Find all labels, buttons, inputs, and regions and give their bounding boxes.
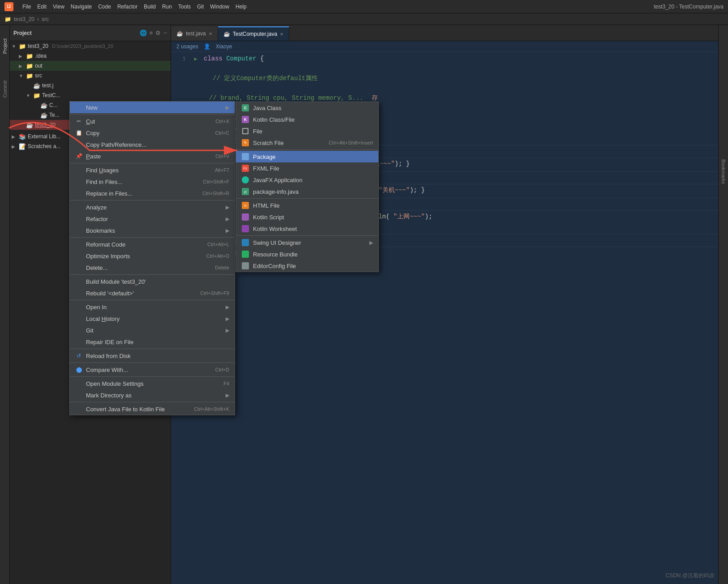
sub-item-fxml[interactable]: FX FXML File — [236, 162, 378, 174]
ctx-item-reformat[interactable]: Reformat Code Ctrl+Alt+L — [70, 239, 235, 250]
sub-item-editorconfig[interactable]: EditorConfig File — [236, 260, 378, 272]
sub-swing-arrow: ▶ — [369, 240, 373, 246]
sub-item-pkg-info[interactable]: pi package-info.java — [236, 186, 378, 197]
ctx-item-module-settings[interactable]: Open Module Settings F4 — [70, 378, 235, 389]
usage-user-icon: 👤 — [204, 43, 210, 50]
sub-package-label: Package — [253, 153, 373, 160]
reload-icon: ↺ — [75, 353, 82, 359]
tree-item[interactable]: ▼ 📁 src — [10, 71, 171, 81]
tree-item[interactable]: ▼ 📁 test3_20 D:\code\2023_java\test3_20 — [10, 41, 171, 51]
ctx-find-usages-label: Find Usages — [86, 167, 211, 174]
ctx-item-open-in[interactable]: Open In ▶ — [70, 301, 235, 313]
ctx-copy-label: Copy — [86, 130, 212, 136]
ctx-item-copy[interactable]: 📋 Copy Ctrl+C — [70, 127, 235, 139]
ctx-repair-label: Repair IDE on File — [86, 339, 229, 345]
sub-scratch-shortcut: Ctrl+Alt+Shift+Insert — [329, 140, 373, 145]
tab-close-icon[interactable]: ✕ — [280, 32, 283, 37]
panel-label-project[interactable]: Project — [0, 34, 9, 58]
project-icon-settings[interactable]: ⚙ — [155, 30, 161, 36]
panel-label-commit[interactable]: Commit — [0, 76, 9, 102]
menu-tools[interactable]: Tools — [178, 4, 191, 10]
menu-file[interactable]: File — [22, 4, 31, 10]
ctx-item-bookmarks[interactable]: Bookmarks ▶ — [70, 225, 235, 236]
menu-window[interactable]: Window — [210, 4, 229, 10]
breadcrumb-project[interactable]: test3_20 — [14, 16, 34, 22]
code-line-comment: // 定义Computer类的default属性 — [171, 73, 718, 83]
menu-navigate[interactable]: Navigate — [71, 4, 92, 10]
sub-kworksheet-label: Kotlin Worksheet — [253, 226, 373, 232]
paste-icon: 📌 — [75, 153, 82, 159]
ctx-find-files-shortcut: Ctrl+Shift+F — [203, 179, 229, 184]
ctx-item-replace-files[interactable]: Replace in Files... Ctrl+Shift+R — [70, 188, 235, 199]
ctx-rebuild-shortcut: Ctrl+Shift+F9 — [200, 290, 229, 296]
menu-run[interactable]: Run — [162, 4, 172, 10]
ctx-item-find-files[interactable]: Find in Files... Ctrl+Shift+F — [70, 176, 235, 188]
sub-item-javafx[interactable]: JavaFX Application — [236, 174, 378, 186]
ctx-item-delete[interactable]: Delete... Delete — [70, 262, 235, 273]
sub-item-java-class[interactable]: C Java Class — [236, 102, 378, 114]
ctx-item-analyze[interactable]: Analyze ▶ — [70, 201, 235, 213]
ctx-item-mark-dir[interactable]: Mark Directory as ▶ — [70, 389, 235, 401]
tree-item[interactable]: ☕ test.j — [10, 81, 171, 90]
menu-git[interactable]: Git — [197, 4, 204, 10]
ctx-item-reload[interactable]: ↺ Reload from Disk — [70, 350, 235, 362]
ctx-item-local-history[interactable]: Local History ▶ — [70, 313, 235, 324]
ctx-item-compare[interactable]: ⬤ Compare With... Ctrl+D — [70, 364, 235, 375]
menu-help[interactable]: Help — [236, 4, 247, 10]
sub-item-swing[interactable]: Swing UI Designer ▶ — [236, 237, 378, 248]
titlebar: IJ File Edit View Navigate Code Refactor… — [0, 0, 728, 13]
ctx-rebuild-label: Rebuild '<default>' — [86, 290, 197, 297]
ctx-new-label: New — [86, 104, 222, 111]
package-icon — [241, 153, 249, 161]
menu-view[interactable]: View — [53, 4, 64, 10]
sub-item-kotlin[interactable]: K Kotlin Class/File — [236, 114, 378, 125]
ctx-item-build-module[interactable]: Build Module 'test3_20' — [70, 276, 235, 287]
resource-icon — [241, 250, 249, 258]
breadcrumb: 📁 test3_20 › src — [0, 13, 728, 25]
sub-item-file[interactable]: File — [236, 125, 378, 137]
sub-item-kworksheet[interactable]: Kotlin Worksheet — [236, 223, 378, 234]
ctx-separator6 — [70, 300, 235, 300]
ctx-delete-shortcut: Delete — [215, 265, 229, 270]
sub-item-kscript[interactable]: Kotlin Script — [236, 211, 378, 223]
fxml-icon: FX — [241, 164, 249, 172]
ctx-item-find-usages[interactable]: Find Usages Alt+F7 — [70, 164, 235, 176]
ctx-item-repair[interactable]: Repair IDE on File — [70, 336, 235, 348]
tab-label: test.java — [186, 30, 206, 37]
ctx-item-refactor[interactable]: Refactor ▶ — [70, 213, 235, 225]
tree-item-out[interactable]: ▶ 📁 out — [10, 61, 171, 71]
ctx-convert-shortcut: Ctrl+Alt+Shift+K — [194, 406, 229, 412]
sub-item-html[interactable]: H HTML File — [236, 200, 378, 211]
ctx-item-git[interactable]: Git ▶ — [70, 324, 235, 336]
sub-item-scratch[interactable]: ✎ Scratch File Ctrl+Alt+Shift+Insert — [236, 137, 378, 149]
project-icon-list[interactable]: ≡ — [150, 30, 153, 36]
sub-scratch-label: Scratch File — [253, 140, 325, 146]
ctx-analyze-label: Analyze — [86, 204, 222, 211]
tree-item[interactable]: ▼ 📁 TestC... — [10, 90, 171, 100]
menu-build[interactable]: Build — [144, 4, 156, 10]
usage-user: Xiaoye — [216, 43, 232, 50]
project-icon-globe[interactable]: 🌐 — [140, 30, 147, 36]
tab-test-java[interactable]: ☕ test.java ✕ — [171, 26, 218, 41]
menu-edit[interactable]: Edit — [37, 4, 47, 10]
tree-item[interactable]: ▶ 📁 .idea — [10, 51, 171, 61]
ctx-item-copy-path[interactable]: Copy Path/Reference... — [70, 139, 235, 150]
ctx-item-paste[interactable]: 📌 Paste Ctrl+V — [70, 150, 235, 162]
bookmarks-label[interactable]: Bookmarks — [721, 159, 726, 184]
ctx-item-new[interactable]: New ▶ — [70, 102, 235, 113]
tab-close-icon[interactable]: ✕ — [209, 31, 212, 36]
breadcrumb-src[interactable]: src — [42, 16, 49, 22]
sub-item-resource[interactable]: Resource Bundle — [236, 248, 378, 260]
ctx-item-rebuild[interactable]: Rebuild '<default>' Ctrl+Shift+F9 — [70, 287, 235, 299]
menu-code[interactable]: Code — [98, 4, 111, 10]
tree-label: out — [35, 63, 43, 69]
sub-item-package[interactable]: Package — [236, 151, 378, 162]
menu-refactor[interactable]: Refactor — [117, 4, 137, 10]
ctx-item-optimize[interactable]: Optimize Imports Ctrl+Alt+O — [70, 250, 235, 262]
ctx-separator5 — [70, 274, 235, 275]
ctx-item-cut[interactable]: ✂ Cut Ctrl+X — [70, 115, 235, 127]
tab-testcomputer-java[interactable]: ☕ TestComputer.java ✕ — [218, 26, 289, 41]
cut-icon: ✂ — [75, 118, 82, 124]
ctx-item-convert[interactable]: Convert Java File to Kotlin File Ctrl+Al… — [70, 403, 235, 415]
project-icon-minimize[interactable]: − — [163, 30, 167, 36]
